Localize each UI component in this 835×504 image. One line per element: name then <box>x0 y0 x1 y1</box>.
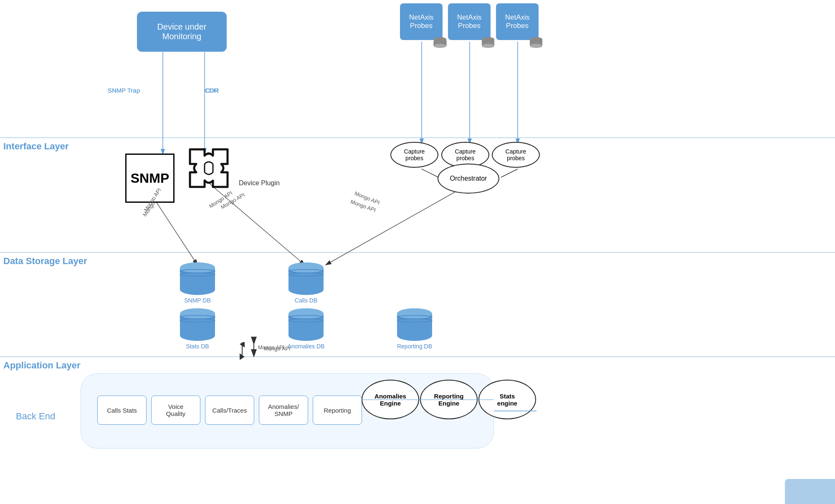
netaxis-probes-1: NetAxis Probes <box>400 3 443 40</box>
decorative-element <box>785 479 835 504</box>
calls-db: Calls DB <box>287 262 325 304</box>
calls-stats-btn[interactable]: Calls Stats <box>97 396 147 425</box>
svg-point-34 <box>180 262 215 273</box>
svg-line-16 <box>326 192 455 265</box>
snmp-trap-text: SNMP Trap <box>108 87 140 94</box>
netaxis-probes-3: NetAxis Probes <box>496 3 539 40</box>
orchestrator-box: Orchestrator <box>438 164 499 194</box>
interface-layer-label: Interface Layer <box>3 141 69 152</box>
svg-point-39 <box>288 284 324 295</box>
voice-quality-btn[interactable]: Voice Quality <box>151 396 200 425</box>
snmp-box: SNMP <box>125 154 175 203</box>
netaxis-probes-2: NetAxis Probes <box>448 3 491 40</box>
reporting-db: Reporting DB <box>396 308 433 350</box>
probe-cyl-1 <box>433 37 447 48</box>
svg-point-58 <box>397 308 432 319</box>
probe-cyl-2 <box>481 37 495 48</box>
device-plugin-icon <box>182 141 236 197</box>
svg-line-13 <box>501 169 518 177</box>
cdr-text: CDR <box>205 87 219 94</box>
stats-engine: Stats engine <box>478 380 536 419</box>
app-layer-label: Application Layer <box>3 360 81 371</box>
reporting-engine: Reporting Engine <box>420 380 478 419</box>
diagram-container: SNMP Trap CDR Mongo API Mongo API Mongo … <box>0 0 835 504</box>
snmp-db: SNMP DB <box>179 262 216 304</box>
svg-point-22 <box>434 44 446 48</box>
svg-point-45 <box>180 330 215 341</box>
svg-point-33 <box>180 284 215 295</box>
capture-probes-1: Capture probes <box>390 142 438 168</box>
calls-traces-btn[interactable]: Calls/Traces <box>205 396 254 425</box>
mongo-api-vertical-arrow <box>234 342 267 360</box>
svg-point-27 <box>482 44 494 48</box>
probe-cyl-3 <box>529 37 543 48</box>
svg-point-46 <box>180 308 215 319</box>
data-storage-layer-label: Data Storage Layer <box>3 256 87 267</box>
svg-point-52 <box>288 308 324 319</box>
svg-line-14 <box>152 196 197 265</box>
reporting-btn[interactable]: Reporting <box>313 396 362 425</box>
svg-line-11 <box>422 169 438 177</box>
svg-point-30 <box>530 44 542 48</box>
svg-point-40 <box>288 262 324 273</box>
svg-point-51 <box>288 330 324 341</box>
device-monitoring-box: Device under Monitoring <box>137 12 227 52</box>
mongo-api-vertical-label: Mongo API <box>264 345 291 352</box>
anomalies-engine: Anomalies Engine <box>362 380 419 419</box>
device-plugin-label: Device Plugin <box>239 179 280 187</box>
svg-point-57 <box>397 330 432 341</box>
stats-db: Stats DB <box>179 308 216 350</box>
anomalies-snmp-btn[interactable]: Anomalies/ SNMP <box>259 396 308 425</box>
anomalies-db: Anomalies DB <box>287 308 325 350</box>
capture-probes-3: Capture probes <box>492 142 540 168</box>
backend-label: Back End <box>16 411 55 422</box>
